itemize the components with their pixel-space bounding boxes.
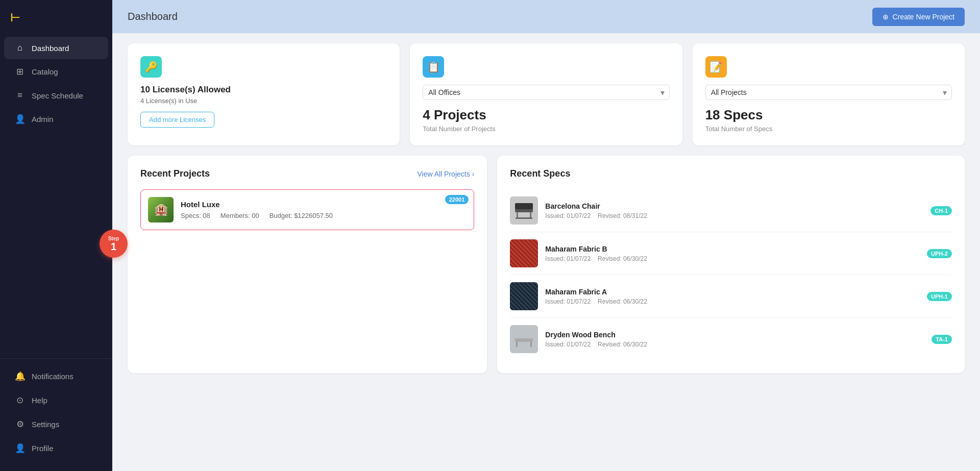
bench-svg <box>512 329 535 350</box>
offices-select[interactable]: All Offices New York Los Angeles Chicago <box>423 85 669 100</box>
projects-list: 🏨 Hotel Luxe Specs: 08 Members: 00 Budge… <box>140 189 474 230</box>
projects-icon: 📋 <box>423 56 444 78</box>
spec-item-maharam-a[interactable]: Maharam Fabric A Issued: 01/07/22 Revise… <box>510 275 952 318</box>
spec-issued: Issued: 01/07/22 <box>545 298 591 305</box>
project-meta: Specs: 08 Members: 00 Budget: $1226057.5… <box>181 212 467 219</box>
spec-meta: Issued: 01/07/22 Revised: 08/31/22 <box>545 212 923 219</box>
step-number: 1 <box>111 241 116 252</box>
recent-specs-header: Recent Specs <box>510 168 952 179</box>
spec-badge-maharam-a: UPH-1 <box>927 292 952 301</box>
spec-name: Barcelona Chair <box>545 202 923 210</box>
spec-name: Dryden Wood Bench <box>545 331 924 339</box>
project-specs: Specs: 08 <box>181 212 210 219</box>
step-label: Step <box>108 236 119 241</box>
svg-rect-7 <box>530 342 532 347</box>
main-content: Dashboard ⊕ Create New Project 🔑 10 Lice… <box>112 0 980 471</box>
spec-revised: Revised: 06/30/22 <box>598 341 647 348</box>
recent-specs-title: Recent Specs <box>510 168 570 179</box>
spec-thumbnail-dryden <box>510 325 538 353</box>
recent-projects-title: Recent Projects <box>140 168 210 179</box>
page-title: Dashboard <box>128 11 178 22</box>
project-thumb-inner: 🏨 <box>148 197 174 222</box>
sidebar-nav: ⌂ Dashboard ⊞ Catalog ≡ Spec Schedule 👤 … <box>0 31 112 358</box>
licenses-allowed: 10 License(s) Allowed <box>140 85 387 95</box>
svg-rect-6 <box>516 342 518 347</box>
projects-count: 4 Projects <box>423 107 669 123</box>
sidebar-item-notifications[interactable]: 🔔 Notifications <box>4 365 108 388</box>
svg-rect-1 <box>515 203 533 209</box>
spec-issued: Issued: 01/07/22 <box>545 341 591 348</box>
spec-name: Maharam Fabric A <box>545 288 920 296</box>
home-icon: ⌂ <box>14 43 26 53</box>
recent-projects-header: Recent Projects View All Projects › <box>140 168 474 179</box>
recent-projects-panel: Recent Projects View All Projects › 🏨 Ho… <box>128 156 487 373</box>
sidebar-item-spec-schedule[interactable]: ≡ Spec Schedule <box>4 84 108 107</box>
svg-rect-5 <box>515 338 533 342</box>
spec-meta: Issued: 01/07/22 Revised: 06/30/22 <box>545 298 920 305</box>
spec-meta: Issued: 01/07/22 Revised: 06/30/22 <box>545 341 924 348</box>
spec-thumbnail-barcelona <box>510 196 538 225</box>
project-thumbnail: 🏨 <box>148 197 174 222</box>
sidebar-item-label: Spec Schedule <box>32 91 83 100</box>
spec-thumbnail-maharam-a <box>510 282 538 310</box>
sidebar-item-label: Dashboard <box>32 44 69 53</box>
sidebar-item-catalog[interactable]: ⊞ Catalog <box>4 60 108 83</box>
sidebar-item-label: Settings <box>32 420 59 429</box>
specs-count: 18 Specs <box>705 107 952 123</box>
sidebar-logo: ⊢ <box>0 0 112 31</box>
spec-badge-barcelona: CH-1 <box>930 206 952 215</box>
create-new-project-button[interactable]: ⊕ Create New Project <box>872 8 965 26</box>
spec-revised: Revised: 06/30/22 <box>598 298 647 305</box>
specs-card: 📝 All Projects Hotel Luxe 18 Specs Total… <box>693 43 965 145</box>
profile-icon: 👤 <box>14 443 26 454</box>
notifications-icon: 🔔 <box>14 371 26 382</box>
projects-card: 📋 All Offices New York Los Angeles Chica… <box>410 43 682 145</box>
spec-schedule-icon: ≡ <box>14 90 26 101</box>
add-more-licenses-button[interactable]: Add more Licenses <box>140 112 214 128</box>
offices-select-row: All Offices New York Los Angeles Chicago <box>423 85 669 100</box>
sidebar-item-dashboard[interactable]: ⌂ Dashboard <box>4 37 108 59</box>
spec-item-maharam-b[interactable]: Maharam Fabric B Issued: 01/07/22 Revise… <box>510 232 952 275</box>
spec-issued: Issued: 01/07/22 <box>545 255 591 262</box>
catalog-icon: ⊞ <box>14 66 26 77</box>
specs-select[interactable]: All Projects Hotel Luxe <box>705 85 952 100</box>
view-all-projects-link[interactable]: View All Projects › <box>417 170 474 178</box>
sidebar-item-label: Profile <box>32 444 54 453</box>
spec-info-barcelona: Barcelona Chair Issued: 01/07/22 Revised… <box>545 202 923 219</box>
spec-meta: Issued: 01/07/22 Revised: 06/30/22 <box>545 255 920 262</box>
stat-cards-row: 🔑 10 License(s) Allowed 4 License(s) in … <box>128 43 965 145</box>
recent-specs-panel: Recent Specs <box>497 156 965 373</box>
spec-item-dryden-bench[interactable]: Dryden Wood Bench Issued: 01/07/22 Revis… <box>510 318 952 360</box>
spec-badge-dryden: TA-1 <box>932 335 952 344</box>
create-icon: ⊕ <box>883 13 889 21</box>
sidebar-item-label: Admin <box>32 115 54 123</box>
spec-info-dryden: Dryden Wood Bench Issued: 01/07/22 Revis… <box>545 331 924 348</box>
offices-select-wrapper: All Offices New York Los Angeles Chicago <box>423 85 669 100</box>
settings-icon: ⚙ <box>14 419 26 430</box>
step-badge: Step 1 <box>100 230 128 258</box>
help-icon: ⊙ <box>14 395 26 406</box>
project-info: Hotel Luxe Specs: 08 Members: 00 Budget:… <box>181 200 467 219</box>
spec-badge-maharam-b: UPH-2 <box>927 249 952 258</box>
project-item-hotel-luxe[interactable]: 🏨 Hotel Luxe Specs: 08 Members: 00 Budge… <box>140 189 474 230</box>
spec-name: Maharam Fabric B <box>545 245 920 253</box>
sidebar-item-label: Catalog <box>32 67 58 76</box>
spec-item-barcelona-chair[interactable]: Barcelona Chair Issued: 01/07/22 Revised… <box>510 189 952 232</box>
project-name: Hotel Luxe <box>181 200 467 209</box>
project-badge: 22001 <box>445 195 469 204</box>
spec-revised: Revised: 06/30/22 <box>598 255 647 262</box>
project-members: Members: 00 <box>220 212 259 219</box>
bottom-section: Recent Projects View All Projects › 🏨 Ho… <box>128 156 965 373</box>
projects-count-sub: Total Number of Projects <box>423 125 669 133</box>
admin-icon: 👤 <box>14 114 26 125</box>
sidebar-item-label: Notifications <box>32 372 74 381</box>
spec-thumbnail-maharam-b <box>510 239 538 267</box>
sidebar-item-profile[interactable]: 👤 Profile <box>4 437 108 460</box>
sidebar-item-help[interactable]: ⊙ Help <box>4 389 108 412</box>
specs-select-row: All Projects Hotel Luxe <box>705 85 952 100</box>
header: Dashboard ⊕ Create New Project <box>112 0 980 33</box>
create-button-label: Create New Project <box>893 13 954 21</box>
specs-list: Barcelona Chair Issued: 01/07/22 Revised… <box>510 189 952 360</box>
sidebar-item-settings[interactable]: ⚙ Settings <box>4 413 108 436</box>
sidebar-item-admin[interactable]: 👤 Admin <box>4 108 108 131</box>
